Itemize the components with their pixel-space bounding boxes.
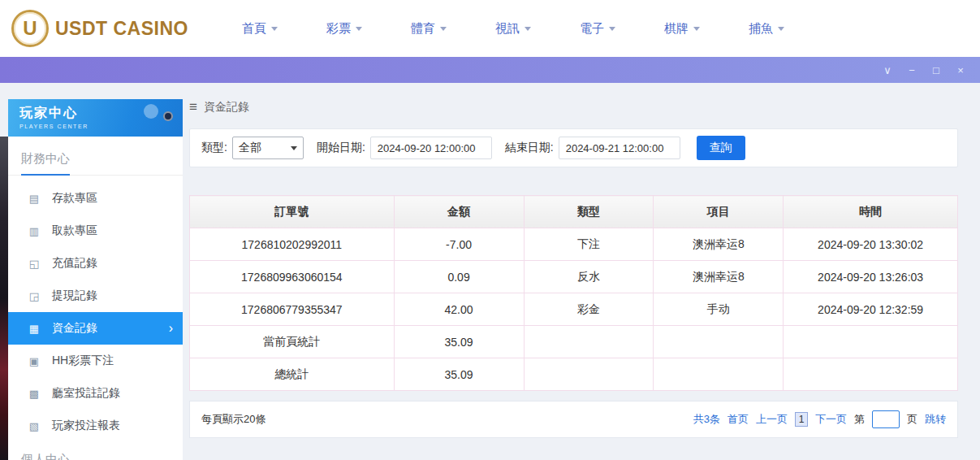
- first-page-link[interactable]: 首页: [727, 412, 749, 427]
- recharge-record-icon: ◱: [28, 258, 41, 270]
- table-cell: 總統計: [190, 358, 395, 391]
- prev-page-link[interactable]: 上一页: [756, 412, 788, 427]
- table-cell: 1726806779355347: [190, 293, 395, 326]
- table-cell: 當前頁統計: [190, 326, 395, 358]
- sidebar-item-hh-lottery-bets[interactable]: ▣ HH彩票下注: [8, 345, 183, 377]
- casino-logo[interactable]: U USDT CASINO: [11, 10, 188, 47]
- page-prefix-label: 第: [854, 412, 865, 427]
- pager: 共3条 首页 上一页 1 下一页 第 页 跳转: [693, 410, 946, 428]
- table-cell: 下注: [524, 228, 654, 261]
- sidebar-item-label: 充值記錄: [52, 256, 97, 271]
- table-cell: 2024-09-20 13:30:02: [784, 228, 958, 261]
- nav-item-home[interactable]: 首頁: [218, 21, 302, 37]
- nav-label: 視訊: [495, 21, 520, 37]
- filter-bar: 類型: 全部 開始日期: 結束日期: 查詢: [189, 128, 958, 167]
- nav-label: 首頁: [242, 21, 266, 37]
- pagination-bar: 每頁顯示20條 共3条 首页 上一页 1 下一页 第 页 跳转: [189, 401, 958, 438]
- table-header-cell: 金額: [394, 196, 524, 228]
- search-button[interactable]: 查詢: [697, 136, 745, 160]
- next-page-link[interactable]: 下一页: [815, 412, 847, 427]
- nav-item-fishing[interactable]: 捕魚: [724, 21, 809, 37]
- sidebar-item-deposit[interactable]: ▤ 存款專區: [8, 182, 183, 215]
- end-date-label: 結束日期:: [505, 141, 554, 155]
- window-titlebar: ∨ − □ ×: [0, 57, 980, 83]
- nav-item-video[interactable]: 視訊: [471, 21, 555, 37]
- type-label: 類型:: [201, 141, 227, 155]
- room-bet-record-icon: ▩: [28, 388, 41, 400]
- window-close-icon[interactable]: ×: [954, 64, 967, 76]
- sidebar-item-label: 玩家投注報表: [52, 419, 120, 433]
- chevron-right-icon: ›: [169, 322, 173, 335]
- page-size-text: 每頁顯示20條: [201, 412, 266, 427]
- sidebar-section-finance: 財務中心: [8, 137, 183, 176]
- sidebar-item-room-bet-record[interactable]: ▩ 廳室投註記錄: [8, 377, 183, 410]
- end-date-input[interactable]: [559, 137, 680, 159]
- table-row-page-subtotal: 當前頁統計 35.09: [190, 326, 958, 358]
- sidebar-title: 玩家中心: [19, 105, 183, 122]
- chevron-down-icon: [440, 27, 447, 31]
- table-cell: [654, 326, 784, 358]
- table-cell: [654, 358, 784, 391]
- funds-table: 訂單號 金額 類型 項目 時間 1726810202992011 -7.00 下…: [189, 195, 958, 391]
- chevron-down-icon: [291, 146, 297, 150]
- table-cell: 彩金: [524, 293, 654, 326]
- funds-table-card: 訂單號 金額 類型 項目 時間 1726810202992011 -7.00 下…: [189, 195, 958, 391]
- total-count-text: 共3条: [693, 412, 720, 427]
- window-minimize-icon[interactable]: −: [905, 64, 918, 76]
- nav-label: 棋牌: [664, 21, 689, 37]
- start-date-input[interactable]: [370, 137, 492, 159]
- window-maximize-icon[interactable]: □: [930, 64, 943, 76]
- nav-item-lottery[interactable]: 彩票: [302, 21, 386, 37]
- table-cell: 35.09: [394, 358, 524, 391]
- table-cell: [524, 358, 654, 391]
- menu-icon[interactable]: ≡: [189, 99, 197, 115]
- logo-text: USDT CASINO: [55, 18, 188, 40]
- breadcrumb: ≡ 資金記錄: [189, 99, 958, 115]
- sidebar-subtitle: PLAYERS CENTER: [19, 124, 183, 129]
- table-cell: 澳洲幸运8: [654, 228, 784, 261]
- sidebar-item-label: 廳室投註記錄: [52, 386, 120, 401]
- withdrawal-record-icon: ◲: [28, 290, 41, 302]
- nav-item-sports[interactable]: 體育: [386, 21, 471, 37]
- nav-label: 電子: [580, 21, 604, 37]
- sidebar-item-funds-record[interactable]: ▦ 資金記錄 ›: [8, 312, 183, 345]
- table-cell: 42.00: [394, 293, 524, 326]
- sidebar-item-player-bet-report[interactable]: ▧ 玩家投注報表: [8, 410, 183, 442]
- chevron-down-icon: [356, 27, 362, 31]
- player-bet-report-icon: ▧: [28, 420, 41, 432]
- type-select[interactable]: 全部: [232, 137, 304, 159]
- sidebar-item-label: 取款專區: [52, 223, 97, 238]
- sidebar-header: 玩家中心 PLAYERS CENTER: [8, 99, 183, 137]
- table-cell: 1726809963060154: [190, 261, 395, 293]
- sidebar-item-withdrawal-record[interactable]: ◲ 提現記錄: [8, 280, 183, 312]
- sidebar-item-withdraw[interactable]: ▥ 取款專區: [8, 215, 183, 247]
- chevron-down-icon: [271, 27, 278, 31]
- chevron-down-icon: [609, 27, 615, 31]
- table-cell: [784, 358, 958, 391]
- sidebar-item-label: 存款專區: [52, 191, 97, 206]
- table-cell: 35.09: [394, 326, 524, 358]
- start-date-label: 開始日期:: [317, 141, 365, 155]
- app-body: 玩家中心 PLAYERS CENTER 財務中心 ▤ 存款專區 ▥ 取款專區 ◱…: [0, 83, 980, 460]
- table-header-cell: 項目: [654, 196, 784, 228]
- deposit-icon: ▤: [28, 193, 41, 205]
- section-label: 財務中心: [21, 151, 70, 176]
- chevron-down-icon: [693, 27, 700, 31]
- decor-ball-icon: [163, 111, 173, 121]
- type-select-value: 全部: [239, 141, 261, 155]
- table-cell: -7.00: [394, 228, 524, 261]
- nav-item-boardgames[interactable]: 棋牌: [640, 21, 724, 37]
- current-page-number[interactable]: 1: [795, 412, 808, 427]
- table-row: 1726810202992011 -7.00 下注 澳洲幸运8 2024-09-…: [190, 228, 958, 261]
- sidebar-item-recharge-record[interactable]: ◱ 充值記錄: [8, 247, 183, 280]
- window-collapse-icon[interactable]: ∨: [881, 64, 894, 76]
- chevron-down-icon: [525, 27, 531, 31]
- page-title: 資金記錄: [204, 100, 249, 115]
- table-cell: 反水: [524, 261, 654, 293]
- page-jump-button[interactable]: 跳转: [925, 412, 946, 427]
- page-jump-input[interactable]: [872, 410, 900, 428]
- table-cell: 2024-09-20 12:32:59: [784, 293, 958, 326]
- page-suffix-label: 页: [907, 412, 917, 427]
- main-content: ≡ 資金記錄 類型: 全部 開始日期: 結束日期: 查詢 訂單號: [189, 99, 958, 438]
- nav-item-electronic[interactable]: 電子: [555, 21, 640, 37]
